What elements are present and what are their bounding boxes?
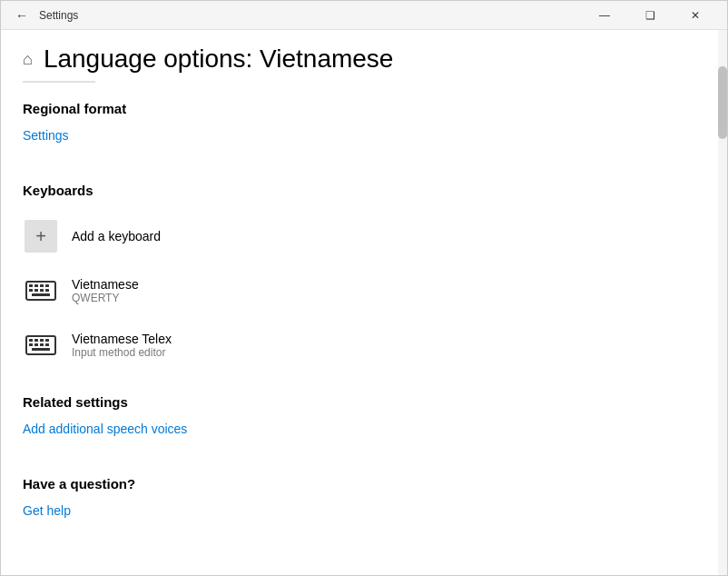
svg-rect-5 [29, 289, 33, 292]
faq-title: Have a question? [23, 476, 696, 492]
svg-rect-13 [40, 339, 44, 342]
content-area: ⌂ Language options: Vietnamese Regional … [1, 30, 727, 575]
title-bar-controls: — ❑ ✕ [584, 1, 716, 30]
regional-format-title: Regional format [23, 101, 696, 116]
speech-voices-link[interactable]: Add additional speech voices [23, 422, 187, 436]
vietnamese-keyboard-item[interactable]: Vietnamese QWERTY [23, 263, 696, 318]
svg-rect-12 [34, 339, 38, 342]
vietnamese-telex-item[interactable]: Vietnamese Telex Input method editor [23, 318, 696, 372]
svg-rect-15 [29, 343, 33, 346]
regional-format-settings-link[interactable]: Settings [23, 128, 69, 143]
svg-rect-16 [34, 343, 38, 346]
maximize-button[interactable]: ❑ [629, 1, 671, 30]
title-bar-left: ← Settings [12, 5, 78, 26]
related-settings-title: Related settings [23, 394, 696, 410]
related-settings-section: Related settings Add additional speech v… [23, 394, 696, 454]
faq-section: Have a question? Get help [23, 476, 696, 536]
keyboards-title: Keyboards [23, 183, 696, 198]
vietnamese-telex-icon [23, 327, 59, 363]
title-bar-title: Settings [39, 9, 78, 22]
svg-rect-3 [40, 284, 44, 287]
add-keyboard-icon: + [23, 218, 59, 254]
add-keyboard-item[interactable]: + Add a keyboard [23, 209, 696, 263]
keyboard-list: + Add a keyboard [23, 209, 696, 372]
close-button[interactable]: ✕ [674, 1, 716, 30]
page-divider [23, 81, 95, 83]
main-content: ⌂ Language options: Vietnamese Regional … [1, 30, 718, 575]
svg-rect-11 [29, 339, 33, 342]
keyboard-svg-vietnamese [25, 274, 57, 307]
scrollbar[interactable] [718, 30, 727, 575]
svg-rect-4 [45, 284, 49, 287]
vietnamese-keyboard-icon [23, 273, 59, 309]
svg-rect-19 [32, 348, 50, 351]
vietnamese-keyboard-info: Vietnamese QWERTY [72, 277, 139, 304]
vietnamese-keyboard-name: Vietnamese [72, 277, 139, 292]
svg-rect-1 [29, 284, 33, 287]
keyboards-section: Keyboards + Add a keyboard [23, 183, 696, 372]
svg-rect-14 [45, 339, 49, 342]
vietnamese-telex-info: Vietnamese Telex Input method editor [72, 332, 172, 359]
regional-format-section: Regional format Settings [23, 101, 696, 161]
vietnamese-telex-sub: Input method editor [72, 346, 172, 359]
add-keyboard-info: Add a keyboard [72, 229, 161, 243]
svg-rect-6 [34, 289, 38, 292]
home-icon[interactable]: ⌂ [23, 50, 33, 69]
add-icon-box: + [25, 220, 57, 253]
minimize-button[interactable]: — [584, 1, 625, 30]
vietnamese-telex-name: Vietnamese Telex [72, 332, 172, 346]
svg-rect-17 [40, 343, 44, 346]
back-button[interactable]: ← [12, 5, 32, 26]
title-bar: ← Settings — ❑ ✕ [1, 1, 727, 30]
svg-rect-8 [45, 289, 49, 292]
vietnamese-keyboard-sub: QWERTY [72, 292, 139, 304]
svg-rect-18 [45, 343, 49, 346]
page-title: Language options: Vietnamese [44, 45, 696, 74]
settings-window: ← Settings — ❑ ✕ ⌂ Language options: Vie… [0, 0, 728, 576]
svg-rect-7 [40, 289, 44, 292]
svg-rect-9 [32, 293, 50, 296]
page-header: ⌂ Language options: Vietnamese [23, 30, 696, 81]
get-help-link[interactable]: Get help [23, 503, 71, 518]
keyboard-svg-telex [25, 329, 57, 362]
scrollbar-thumb[interactable] [718, 66, 727, 139]
svg-rect-2 [34, 284, 38, 287]
add-keyboard-label: Add a keyboard [72, 229, 161, 243]
